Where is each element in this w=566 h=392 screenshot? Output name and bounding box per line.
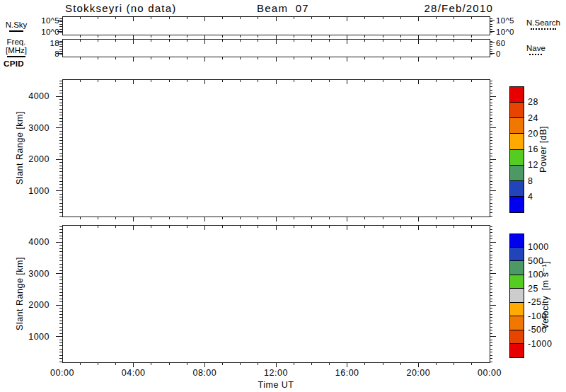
- power-panel-yticks: [56, 81, 496, 216]
- time-tick-label: 16:00: [326, 367, 369, 379]
- time-tick-label: 20:00: [397, 367, 439, 379]
- strip-freq-right-tick-label: 0: [496, 49, 538, 59]
- cpid-label: CPID: [4, 59, 24, 68]
- strip-panel-freq: [62, 39, 490, 62]
- radar-summary-plot: Stokkseyri (no data) Beam 07 28/Feb/2010…: [0, 0, 566, 392]
- power-y-tick-label: 1000: [6, 185, 50, 197]
- time-tick-label: 12:00: [255, 367, 297, 379]
- power-colorbar-tick-label: 20: [528, 128, 565, 139]
- time-tick-label: 04:00: [112, 367, 155, 379]
- velocity-y-tick-label: 3000: [6, 268, 50, 279]
- time-tick-label: 08:00: [183, 367, 226, 379]
- strip-freq-right-tick-label: 60: [496, 38, 538, 48]
- power-colorbar-tick-label: 8: [528, 175, 565, 187]
- strip-nsky-right-tick-label: 10^0: [496, 27, 538, 37]
- velocity-colorbar: [509, 234, 524, 357]
- velocity-colorbar-tick-label: -500: [528, 324, 565, 335]
- strip-nsky-right-tick-label: 10^5: [496, 16, 538, 25]
- velocity-colorbar-tick-label: 500: [528, 255, 565, 267]
- power-colorbar-tick-label: 12: [528, 159, 565, 171]
- velocity-colorbar-tick-label: -25: [528, 296, 565, 308]
- strip-panel-nsky: [62, 16, 490, 40]
- power-y-tick-label: 4000: [6, 91, 50, 102]
- power-colorbar-tick-label: 28: [528, 96, 565, 108]
- power-y-tick-label: 3000: [6, 122, 50, 134]
- velocity-colorbar-tick-label: -1000: [528, 338, 565, 350]
- date-label: 28/Feb/2010: [382, 2, 493, 14]
- beam-label: Beam 07: [237, 2, 329, 14]
- velocity-panel: [62, 225, 490, 367]
- power-colorbar-tick-label: 24: [528, 113, 565, 124]
- time-axis-title: Time UT: [241, 379, 311, 391]
- strip-nsky-left-tick-label: 10^5: [21, 16, 59, 25]
- page-title: Stokkseyri (no data): [65, 2, 176, 14]
- velocity-colorbar-tick-label: -100: [528, 311, 565, 322]
- velocity-colorbar-tick-label: 100: [528, 269, 565, 280]
- strip-freq-left-tick-label: 8: [21, 49, 59, 59]
- power-colorbar-tick-label: 16: [528, 144, 565, 155]
- time-tick-label: 00:00: [41, 367, 83, 379]
- time-tick-label: 00:00: [468, 367, 511, 379]
- power-colorbar: [509, 86, 524, 212]
- power-colorbar-tick-label: 4: [528, 191, 565, 202]
- velocity-y-tick-label: 2000: [6, 299, 50, 311]
- strip-nsky-left-tick-label: 10^0: [21, 27, 59, 37]
- velocity-y-tick-label: 1000: [6, 331, 50, 342]
- chart-canvas: [0, 0, 566, 392]
- velocity-colorbar-tick-label: 25: [528, 283, 565, 294]
- velocity-y-tick-label: 4000: [6, 236, 50, 248]
- velocity-panel-yticks: [56, 226, 496, 362]
- power-panel: [62, 79, 490, 221]
- velocity-colorbar-tick-label: 1000: [528, 241, 565, 253]
- power-y-tick-label: 2000: [6, 154, 50, 165]
- strip-freq-left-tick-label: 18: [21, 38, 59, 48]
